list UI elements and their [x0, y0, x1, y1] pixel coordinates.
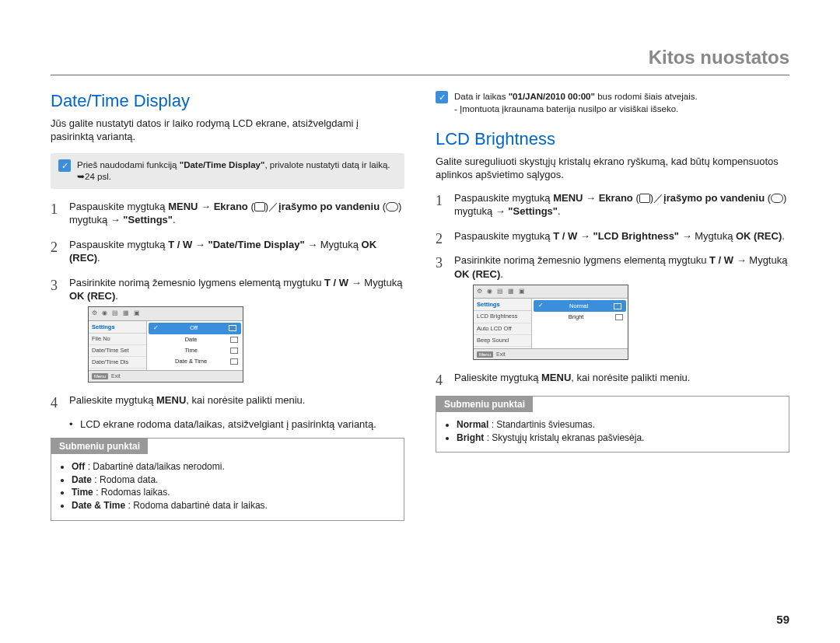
submenu-item: Normal : Standartinis šviesumas. — [457, 418, 781, 432]
display-icon — [254, 202, 265, 211]
note-box: ✓ Prieš naudodami funkciją "Date/Time Di… — [51, 153, 404, 189]
ss-left-row: LCD Brightness — [474, 311, 531, 323]
step-4: Palieskite mygtuką MENU, kai norėsite pa… — [51, 393, 404, 407]
ss-option: Date — [147, 334, 243, 345]
ss-footer: MenuExit — [89, 370, 243, 381]
submenu-item: Time : Rodomas laikas. — [72, 486, 396, 499]
note-icon: ✓ — [436, 91, 448, 103]
step-2: Paspauskite mygtuką T / W → "Date/Time D… — [51, 238, 404, 265]
right-column: ✓ Data ir laikas "01/JAN/2010 00:00" bus… — [436, 91, 789, 521]
underwater-icon — [771, 194, 783, 203]
step-2: Paspauskite mygtuką T / W → "LCD Brightn… — [436, 229, 789, 243]
ss-footer: MenuExit — [474, 348, 628, 359]
ss-option: Date & Time — [147, 356, 243, 367]
ss-left-header: Settings — [89, 323, 146, 334]
page-number: 59 — [776, 613, 789, 626]
submenu-item: Date & Time : Rodoma dabartinė data ir l… — [72, 499, 396, 512]
step-4: Palieskite mygtuką MENU, kai norėsite pa… — [436, 371, 789, 385]
intro-text: Jūs galite nustatyti datos ir laiko rody… — [51, 117, 404, 144]
submenu-title: Submeniu punktai — [51, 439, 148, 454]
submenu-box: Submeniu punktai Off : Dabartinė data/la… — [51, 438, 404, 521]
steps-list: Paspauskite mygtuką MENU → Ekrano ()／įra… — [436, 191, 789, 385]
top-note-text: Data ir laikas "01/JAN/2010 00:00" bus r… — [454, 91, 698, 115]
step-1: Paspauskite mygtuką MENU → Ekrano ()／įra… — [436, 191, 789, 218]
step-4-bullet: LCD ekrane rodoma data/laikas, atsižvelg… — [69, 418, 404, 432]
note-text: Prieš naudodami funkciją "Date/Time Disp… — [77, 159, 397, 183]
ss-option: Time — [147, 345, 243, 356]
ss-left-row: File No — [89, 334, 146, 345]
ss-left-row: Beep Sound — [474, 335, 531, 347]
display-icon — [639, 194, 650, 203]
ss-left-header: Settings — [474, 300, 531, 311]
ss-left-row: Auto LCD Off — [474, 323, 531, 335]
section-title-datetime: Date/Time Display — [51, 91, 404, 111]
steps-list: Paspauskite mygtuką MENU → Ekrano ()／įra… — [51, 200, 404, 407]
ss-option: Bright — [532, 312, 628, 323]
underwater-icon — [386, 202, 398, 211]
ss-option-selected: ✓Normal — [534, 300, 626, 312]
ss-left-row: Date/Time Set — [89, 345, 146, 357]
submenu-item: Bright : Skystųjų kristalų ekranas pašvi… — [457, 432, 781, 445]
ss-left-row: Date/Time Dis — [89, 357, 146, 369]
ss-tabs: ⚙◉▤▦▣ — [474, 285, 628, 299]
submenu-box: Submeniu punktai Normal : Standartinis š… — [436, 396, 789, 453]
left-column: Date/Time Display Jūs galite nustatyti d… — [51, 91, 404, 521]
intro-text: Galite sureguliuoti skystųjų kristalų ek… — [436, 156, 789, 182]
step-3: Pasirinkite norimą žemesnio lygmens elem… — [51, 276, 404, 383]
lcd-screenshot: ⚙◉▤▦▣ Settings File No Date/Time Set Dat… — [88, 306, 243, 383]
step-3: Pasirinkite norimą žemesnio lygmens elem… — [436, 253, 789, 360]
submenu-item: Date : Rodoma data. — [72, 474, 396, 487]
submenu-item: Off : Dabartinė data/laikas nerodomi. — [72, 460, 396, 474]
ss-tabs: ⚙◉▤▦▣ — [89, 307, 243, 321]
page-header: Kitos nuostatos — [51, 47, 789, 75]
ss-option-selected: ✓Off — [149, 323, 241, 334]
submenu-title: Submeniu punktai — [436, 397, 533, 412]
lcd-screenshot: ⚙◉▤▦▣ Settings LCD Brightness Auto LCD O… — [473, 285, 628, 361]
step-1: Paspauskite mygtuką MENU → Ekrano ()／įra… — [51, 200, 404, 227]
note-icon: ✓ — [58, 159, 71, 172]
section-title-lcd: LCD Brightness — [436, 129, 789, 149]
top-note: ✓ Data ir laikas "01/JAN/2010 00:00" bus… — [436, 91, 789, 115]
